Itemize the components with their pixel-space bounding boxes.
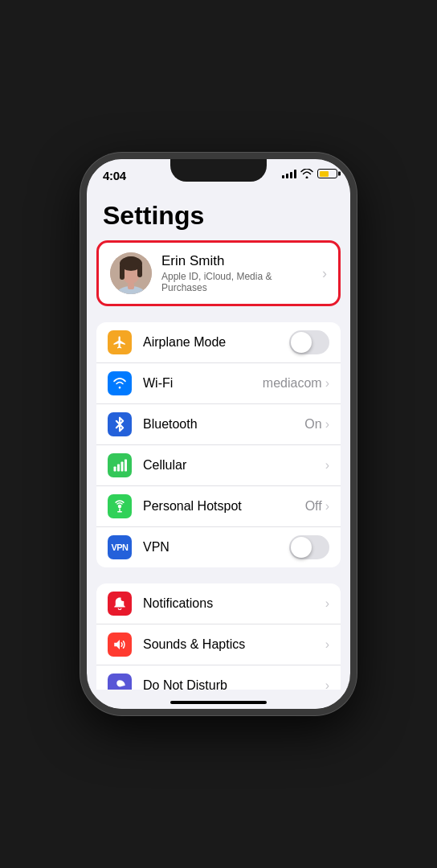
hotspot-chevron: › xyxy=(325,500,329,513)
bluetooth-chevron: › xyxy=(325,418,329,431)
airplane-mode-toggle[interactable] xyxy=(289,330,329,354)
wifi-settings-icon xyxy=(112,378,127,389)
profile-info: Erin Smith Apple ID, iCloud, Media & Pur… xyxy=(161,253,316,293)
bluetooth-icon xyxy=(113,416,126,432)
dnd-chevron: › xyxy=(325,679,329,690)
wifi-row[interactable]: Wi-Fi mediacom › xyxy=(96,363,341,404)
sounds-label: Sounds & Haptics xyxy=(143,637,325,652)
airplane-mode-label: Airplane Mode xyxy=(143,335,289,350)
screen: 4:04 Settings xyxy=(87,159,350,709)
airplane-mode-row[interactable]: Airplane Mode xyxy=(96,322,341,363)
cellular-icon-container xyxy=(108,453,132,477)
svg-rect-9 xyxy=(117,465,120,472)
dnd-label: Do Not Disturb xyxy=(143,678,325,690)
home-indicator xyxy=(87,690,350,709)
bluetooth-row[interactable]: Bluetooth On › xyxy=(96,404,341,445)
svg-point-15 xyxy=(121,596,126,601)
cellular-chevron: › xyxy=(325,459,329,472)
notifications-row[interactable]: Notifications › xyxy=(96,583,341,624)
status-time: 4:04 xyxy=(103,169,126,182)
wifi-value: mediacom xyxy=(263,376,322,391)
signal-bars-icon xyxy=(282,169,296,178)
svg-rect-14 xyxy=(117,511,122,513)
vpn-toggle-knob xyxy=(291,537,312,558)
notifications-group: Notifications › Sounds & Haptics › xyxy=(96,583,341,690)
cellular-row[interactable]: Cellular › xyxy=(96,445,341,486)
svg-rect-11 xyxy=(125,460,127,472)
notifications-icon xyxy=(112,596,127,611)
wifi-icon-container xyxy=(108,371,132,395)
sounds-chevron: › xyxy=(325,638,329,651)
battery-icon xyxy=(317,169,337,178)
bluetooth-value: On xyxy=(304,417,321,432)
vpn-icon-text: VPN xyxy=(111,542,128,552)
hotspot-label: Personal Hotspot xyxy=(143,499,305,514)
avatar xyxy=(110,252,152,294)
avatar-image xyxy=(110,252,152,294)
dnd-icon-container xyxy=(108,674,132,690)
airplane-mode-toggle-knob xyxy=(291,332,312,353)
vpn-row[interactable]: VPN VPN xyxy=(96,527,341,567)
svg-point-12 xyxy=(118,505,122,509)
wifi-label: Wi-Fi xyxy=(143,376,263,391)
svg-rect-8 xyxy=(114,467,116,472)
cellular-label: Cellular xyxy=(143,458,325,473)
hotspot-icon-container xyxy=(108,494,132,518)
svg-rect-5 xyxy=(137,265,142,277)
sounds-icon-container xyxy=(108,633,132,657)
hotspot-icon xyxy=(112,499,127,514)
svg-rect-10 xyxy=(121,462,124,472)
profile-subtitle: Apple ID, iCloud, Media & Purchases xyxy=(161,271,316,293)
svg-marker-16 xyxy=(114,640,120,649)
notifications-chevron: › xyxy=(325,597,329,610)
notch xyxy=(170,159,267,182)
profile-chevron: › xyxy=(322,265,327,282)
vpn-icon-container: VPN xyxy=(108,535,132,559)
wifi-chevron: › xyxy=(325,377,329,390)
profile-row[interactable]: Erin Smith Apple ID, iCloud, Media & Pur… xyxy=(96,240,341,306)
vpn-label: VPN xyxy=(143,540,289,555)
vpn-toggle[interactable] xyxy=(289,535,329,559)
notifications-icon-container xyxy=(108,592,132,616)
sounds-row[interactable]: Sounds & Haptics › xyxy=(96,624,341,665)
profile-name: Erin Smith xyxy=(161,253,316,269)
home-bar xyxy=(170,701,267,704)
page-title: Settings xyxy=(87,194,350,240)
svg-rect-7 xyxy=(128,283,134,289)
settings-content[interactable]: Settings xyxy=(87,194,350,690)
phone-frame: 4:04 Settings xyxy=(80,153,357,715)
sounds-icon xyxy=(112,637,127,652)
airplane-mode-icon-container xyxy=(108,330,132,354)
bluetooth-icon-container xyxy=(108,412,132,436)
dnd-row[interactable]: Do Not Disturb › xyxy=(96,665,341,690)
bluetooth-label: Bluetooth xyxy=(143,417,304,432)
hotspot-row[interactable]: Personal Hotspot Off › xyxy=(96,486,341,527)
notifications-label: Notifications xyxy=(143,596,325,611)
cellular-icon xyxy=(112,458,127,473)
connectivity-group: Airplane Mode Wi-Fi medi xyxy=(96,322,341,567)
wifi-status-icon xyxy=(300,169,313,178)
dnd-icon xyxy=(112,678,127,690)
airplane-icon xyxy=(112,335,127,350)
status-icons xyxy=(282,169,337,178)
svg-rect-4 xyxy=(120,265,125,280)
battery-fill xyxy=(320,171,329,177)
hotspot-value: Off xyxy=(305,499,322,514)
